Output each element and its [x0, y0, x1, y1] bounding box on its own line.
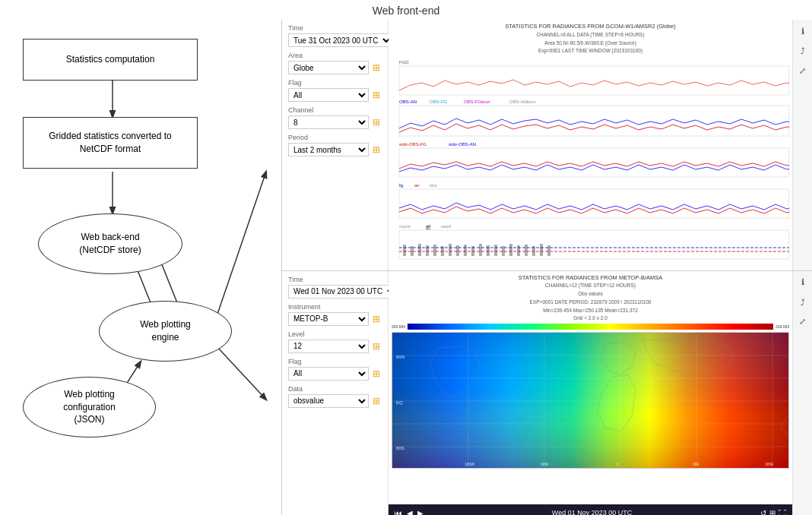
playback-bar: ⏮ ◀ ▶ Wed 01 Nov 2023 00 UTC ↺ ⊞ ⛶: [389, 504, 792, 515]
top-plot-area: STATISTICS FOR RADIANCES FROM GCOM-W1/AM…: [389, 20, 792, 270]
svg-text:stdv-OBS-AN: stdv-OBS-AN: [449, 142, 476, 147]
bottom-chart-subtitle5: Grid = 2.0 x 2.0: [392, 315, 789, 321]
svg-rect-29: [433, 245, 436, 256]
colorscale-min: 200.684: [392, 324, 405, 329]
time-label-bottom: Time: [288, 276, 382, 283]
period-label: Period: [288, 134, 382, 141]
netcdf-label: Gridded statistics converted to NetCDF f…: [49, 130, 171, 156]
flag-grid-icon-top[interactable]: ⊞: [371, 90, 382, 100]
period-select[interactable]: Last 2 months: [288, 143, 369, 156]
data-select-row: obsvalue ⊞: [288, 394, 382, 408]
flag-label-top: Flag: [288, 79, 382, 87]
level-grid-icon[interactable]: ⊞: [371, 341, 382, 352]
svg-text:0: 0: [617, 462, 619, 466]
period-grid-icon[interactable]: ⊞: [371, 144, 382, 155]
share-icon-top[interactable]: ⤴: [796, 44, 810, 58]
svg-text:180E: 180E: [765, 462, 774, 466]
svg-rect-31: [449, 244, 452, 256]
level-select[interactable]: 12: [288, 340, 369, 353]
svg-text:90E: 90E: [693, 462, 700, 466]
data-label: Data: [288, 385, 382, 393]
top-right-icons: ℹ ⤴ ⤢: [792, 20, 812, 270]
data-grid-icon[interactable]: ⊞: [371, 396, 382, 406]
main-layout: Statistics computation Gridded statistic…: [0, 20, 812, 515]
expand-icon-top[interactable]: ⤢: [796, 64, 810, 77]
time-select[interactable]: Tue 31 Oct 2023 00 UTC: [288, 33, 393, 47]
right-panel: Time Tue 31 Oct 2023 00 UTC ⊞ Area Globe: [281, 20, 812, 515]
stats-computation-box: Statistics computation: [23, 39, 198, 81]
bottom-chart-container: STATISTICS FOR RADIANCES FROM METOP-B/AM…: [389, 271, 792, 505]
svg-rect-33: [464, 245, 467, 256]
area-label: Area: [288, 52, 382, 59]
flag-control-group-top: Flag All ⊞: [288, 79, 382, 102]
svg-text:60N: 60N: [396, 355, 404, 359]
area-grid-icon[interactable]: ⊞: [371, 62, 382, 73]
svg-text:fg: fg: [399, 183, 403, 188]
colorscale-bar: [408, 324, 773, 330]
playback-icons-group: ↺ ⊞ ⛶: [760, 509, 786, 516]
svg-text:an: an: [414, 183, 420, 188]
bottom-right-icons: ℹ ⤴ ⤢: [792, 271, 812, 516]
top-chart-subtitle3: Exp=0001 LAST TIME WINDOW (2023103100): [392, 48, 789, 54]
level-label: Level: [288, 330, 382, 338]
info-icon-bottom[interactable]: ℹ: [796, 276, 810, 289]
channel-grid-icon[interactable]: ⊞: [371, 117, 382, 128]
channel-select[interactable]: 8: [288, 115, 369, 129]
area-select-row: Globe ⊞: [288, 61, 382, 74]
prev-button[interactable]: ◀: [407, 509, 413, 516]
top-timeseries-svg: FGD OBS-AN OBS-FG OBS-FGbcor OBS-ANbcor …: [392, 56, 789, 261]
svg-text:FGD: FGD: [399, 60, 409, 65]
area-select[interactable]: Globe: [288, 61, 369, 74]
flag-grid-icon-bottom[interactable]: ⊞: [371, 368, 382, 379]
flag-control-group-bottom: Flag All ⊞: [288, 358, 382, 381]
svg-text:OBS-AN: OBS-AN: [399, 100, 417, 104]
grid-playback-icon[interactable]: ⊞: [769, 509, 776, 516]
level-select-row: 12 ⊞: [288, 340, 382, 353]
world-map-svg: 60N EQ 60S 180W 90W 0 90E 180E: [392, 332, 789, 469]
time-label: Time: [288, 24, 382, 32]
svg-text:180W: 180W: [465, 462, 474, 466]
fullscreen-playback-icon[interactable]: ⛶: [779, 509, 786, 516]
instrument-select[interactable]: METOP-B: [288, 312, 369, 326]
svg-text:EQ: EQ: [396, 400, 403, 405]
share-icon-bottom[interactable]: ⤴: [796, 295, 810, 309]
svg-line-4: [213, 172, 266, 327]
bottom-chart-subtitle4: Min=239.454 Max=250.135 Mean=231.372: [392, 308, 789, 314]
expand-icon-bottom[interactable]: ⤢: [796, 315, 810, 329]
svg-rect-35: [479, 244, 482, 256]
area-control-group: Area Globe ⊞: [288, 52, 382, 74]
info-icon-top[interactable]: ℹ: [796, 24, 810, 38]
time-select-row-bottom: Wed 01 Nov 2023 00 UTC ⊞: [288, 285, 382, 299]
top-chart-subtitle2: Area 50.N/-90.5/0.W/300.E (Over Source): [392, 40, 789, 46]
flag-select-top[interactable]: All: [288, 88, 369, 102]
instrument-grid-icon[interactable]: ⊞: [371, 314, 382, 324]
svg-rect-48: [392, 333, 788, 468]
svg-text:90W: 90W: [541, 462, 549, 466]
top-controls-sidebar: Time Tue 31 Oct 2023 00 UTC ⊞ Area Globe: [282, 20, 389, 270]
instrument-select-row: METOP-B ⊞: [288, 312, 382, 326]
svg-rect-13: [399, 106, 789, 136]
period-select-row: Last 2 months ⊞: [288, 143, 382, 156]
refresh-playback-icon[interactable]: ↺: [760, 509, 766, 516]
flag-select-bottom[interactable]: All: [288, 367, 369, 381]
bottom-chart-title: STATISTICS FOR RADIANCES FROM METOP-B/AM…: [392, 274, 789, 282]
prev-first-button[interactable]: ⏮: [395, 509, 402, 516]
time-select-bottom[interactable]: Wed 01 Nov 2023 00 UTC: [288, 285, 398, 299]
bottom-controls-sidebar: Time Wed 01 Nov 2023 00 UTC ⊞ Instrument…: [282, 271, 389, 516]
channel-select-row: 8 ⊞: [288, 115, 382, 129]
svg-rect-8: [399, 66, 789, 95]
playback-time: Wed 01 Nov 2023 00 UTC: [428, 509, 756, 515]
web-plotting-config-label: Web plotting configuration (JSON): [63, 388, 116, 426]
svg-rect-44: [547, 245, 550, 256]
level-control-group: Level 12 ⊞: [288, 330, 382, 353]
data-select[interactable]: obsvalue: [288, 394, 369, 408]
time-select-row: Tue 31 Oct 2023 00 UTC ⊞: [288, 33, 382, 47]
netcdf-box: Gridded statistics converted to NetCDF f…: [23, 117, 198, 169]
svg-text:OBS-ANbcor: OBS-ANbcor: [509, 100, 536, 104]
svg-rect-40: [517, 245, 520, 256]
svg-text:OBS-FG: OBS-FG: [430, 100, 447, 104]
svg-rect-27: [418, 244, 421, 256]
web-backend-label: Web back-end (NetCDF store): [79, 231, 141, 257]
web-plotting-engine-label: Web plotting engine: [140, 318, 191, 344]
play-button[interactable]: ▶: [417, 509, 423, 516]
